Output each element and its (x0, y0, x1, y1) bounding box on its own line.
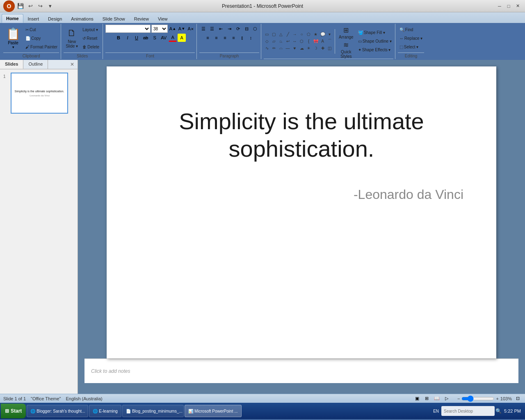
font-family-select[interactable] (105, 25, 151, 33)
tab-slideshow[interactable]: Slide Show (98, 14, 130, 23)
save-button[interactable]: 💾 (16, 2, 25, 10)
slide-author-text[interactable]: -Leonardo da Vinci (131, 187, 472, 202)
numbering-button[interactable]: ☰ (208, 25, 216, 33)
outline-tab[interactable]: Outline (23, 60, 48, 69)
bullets-button[interactable]: ☰ (199, 25, 208, 33)
start-button[interactable]: ⊞ Start (1, 404, 26, 418)
lang-indicator[interactable]: EN (431, 409, 441, 413)
shape-moon[interactable]: ☽ (313, 45, 319, 51)
maximize-button[interactable]: □ (504, 2, 513, 10)
align-right-button[interactable]: ≡ (221, 34, 229, 42)
shape-cloud[interactable]: ☁ (299, 45, 305, 51)
line-spacing-button[interactable]: ↕ (247, 34, 255, 42)
shape-triangle[interactable]: △ (278, 31, 284, 37)
slide-canvas[interactable]: Simplicity is the ultimate sophisticatio… (107, 66, 496, 358)
panel-close-button[interactable]: ✕ (67, 60, 78, 69)
shape-cross[interactable]: ✚ (320, 45, 326, 51)
decrease-font-button[interactable]: A▼ (178, 25, 186, 33)
office-button[interactable]: O (3, 0, 15, 12)
convert-smartart-button[interactable]: ⬡ (251, 25, 259, 33)
paste-dropdown[interactable]: ▾ (12, 45, 14, 49)
tab-view[interactable]: View (153, 14, 172, 23)
fit-to-window-button[interactable]: ⊡ (514, 395, 522, 402)
shape-trapezoid[interactable]: ⏢ (278, 38, 284, 44)
copy-button[interactable]: 📄 Copy (24, 34, 59, 42)
arrange-button[interactable]: ⊞ Arrange (337, 25, 356, 41)
shape-ribbon[interactable]: 🎀 (313, 38, 319, 44)
center-button[interactable]: ≡ (212, 34, 221, 42)
shape-heart[interactable]: ♥ (292, 45, 298, 51)
reset-button[interactable]: ↺ Reset (81, 34, 101, 42)
slide-thumbnail-1[interactable]: 1 Simplicity is the ultimate sophisticat… (3, 73, 74, 114)
font-size-select[interactable]: 38 48 (151, 25, 168, 33)
shape-freeform[interactable]: ✏ (271, 45, 277, 51)
char-spacing-button[interactable]: AV (160, 34, 168, 42)
underline-button[interactable]: U (132, 34, 141, 42)
shape-connector[interactable]: ⌒ (326, 38, 333, 44)
delete-button[interactable]: 🗑 Delete (81, 43, 101, 51)
redo-button[interactable]: ↪ (36, 2, 44, 10)
shape-fill-button[interactable]: 🪣 Shape Fill ▾ (356, 29, 393, 37)
increase-font-button[interactable]: A▲ (169, 25, 177, 33)
columns-button[interactable]: ⫿ (238, 34, 247, 42)
cut-button[interactable]: ✂ Cut (24, 25, 59, 34)
taskbar-search-input[interactable] (441, 406, 495, 416)
paste-button[interactable]: 📋 Paste ▾ (3, 26, 23, 50)
shape-line[interactable]: ╱ (285, 31, 291, 37)
shape-callout[interactable]: 💬 (320, 31, 326, 37)
shape-star[interactable]: ★ (313, 31, 319, 37)
strikethrough-button[interactable]: ab (142, 34, 150, 42)
bold-button[interactable]: B (114, 34, 123, 42)
minimize-button[interactable]: ─ (495, 2, 504, 10)
format-painter-button[interactable]: 🖌 Format Painter (24, 43, 59, 51)
customize-qat-button[interactable]: ▾ (46, 2, 54, 10)
taskbar-item-blogger[interactable]: 🌐 Blogger: Sarah's thought... (27, 405, 88, 417)
shape-oval[interactable]: ○ (299, 31, 305, 37)
shape-bent-arrow[interactable]: ↩ (285, 38, 291, 44)
align-text-button[interactable]: ⊟ (242, 25, 251, 33)
slideshow-button[interactable]: ▷ (443, 395, 451, 402)
slide-main-text[interactable]: Simplicity is the ultimate sophisticatio… (131, 107, 472, 162)
text-direction-button[interactable]: ⟳ (234, 25, 242, 33)
shape-flowchart[interactable]: ◫ (326, 45, 333, 51)
shape-outline-button[interactable]: ▭ Shape Outline ▾ (356, 37, 393, 46)
new-slide-button[interactable]: 🗋 NewSlide ▾ (64, 26, 80, 50)
italic-button[interactable]: I (123, 34, 132, 42)
shape-arc[interactable]: ⌓ (278, 45, 284, 51)
zoom-in-button[interactable]: + (496, 396, 498, 401)
shape-more[interactable]: ▾ (326, 31, 333, 37)
quick-styles-button[interactable]: ≋ QuickStyles (337, 41, 356, 58)
shape-curve[interactable]: ∿ (264, 45, 270, 51)
taskbar-item-blog-posting[interactable]: 📄 Blog_posting_minimums_... (122, 405, 184, 417)
tab-review[interactable]: Review (130, 14, 153, 23)
shape-parallelogram[interactable]: ▱ (271, 38, 277, 44)
close-button[interactable]: ✕ (514, 2, 522, 10)
select-button[interactable]: ⬚ Select ▾ (398, 43, 424, 51)
layout-button[interactable]: Layout ▾ (81, 25, 101, 34)
replace-button[interactable]: ↔ Replace ▾ (398, 34, 424, 42)
tab-animations[interactable]: Animations (66, 14, 98, 23)
taskbar-item-powerpoint[interactable]: 📊 Microsoft PowerPoint ... (185, 405, 242, 417)
shape-round-rect[interactable]: ▢ (271, 31, 277, 37)
shape-arrow[interactable]: → (292, 31, 298, 37)
shape-diamond[interactable]: ◇ (264, 38, 270, 44)
undo-button[interactable]: ↩ (26, 2, 34, 10)
tab-design[interactable]: Design (43, 14, 66, 23)
increase-indent-button[interactable]: ⇥ (225, 25, 233, 33)
tab-insert[interactable]: Insert (23, 14, 44, 23)
align-left-button[interactable]: ≡ (204, 34, 212, 42)
system-clock[interactable]: 5:22 PM (502, 409, 523, 413)
decrease-indent-button[interactable]: ⇤ (217, 25, 225, 33)
font-color-button[interactable]: A (169, 34, 177, 42)
shape-sun[interactable]: ☀ (306, 45, 312, 51)
notes-area[interactable]: Click to add notes (84, 358, 518, 383)
shape-minus[interactable]: — (285, 45, 291, 51)
zoom-out-button[interactable]: − (457, 396, 460, 401)
highlight-button[interactable]: A (178, 34, 186, 42)
find-button[interactable]: 🔍 Find (398, 25, 424, 34)
reading-view-button[interactable]: 📖 (433, 395, 441, 402)
justify-button[interactable]: ≡ (230, 34, 238, 42)
shadow-button[interactable]: S (151, 34, 159, 42)
shape-hexagon[interactable]: ⬡ (299, 38, 305, 44)
taskbar-item-elearning[interactable]: 🌐 E-learning (89, 405, 121, 417)
